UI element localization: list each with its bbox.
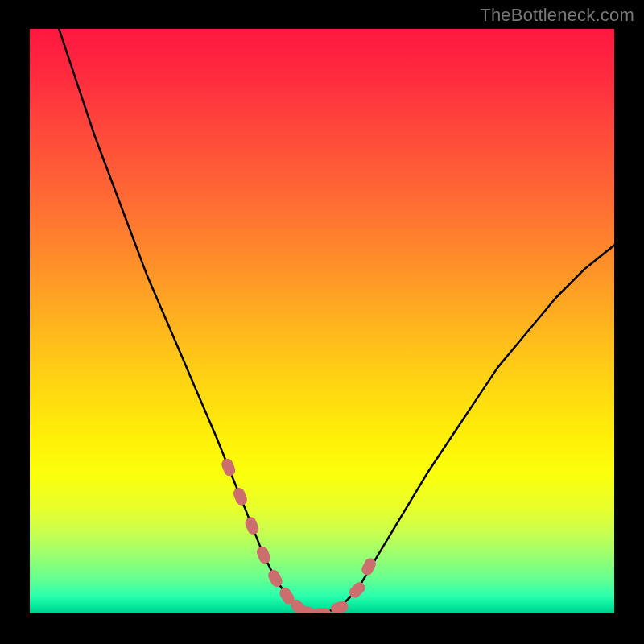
chart-svg: [30, 29, 614, 613]
bottleneck-curve: [59, 29, 614, 613]
chart-frame: TheBottleneck.com: [0, 0, 644, 644]
highlight-marker: [220, 457, 237, 478]
highlight-marker: [313, 608, 331, 613]
highlight-marker: [243, 515, 260, 536]
plot-area: [30, 29, 614, 613]
watermark-text: TheBottleneck.com: [480, 5, 634, 26]
highlight-marker: [232, 486, 249, 507]
highlight-marker: [266, 568, 284, 588]
highlight-marker: [255, 545, 272, 566]
